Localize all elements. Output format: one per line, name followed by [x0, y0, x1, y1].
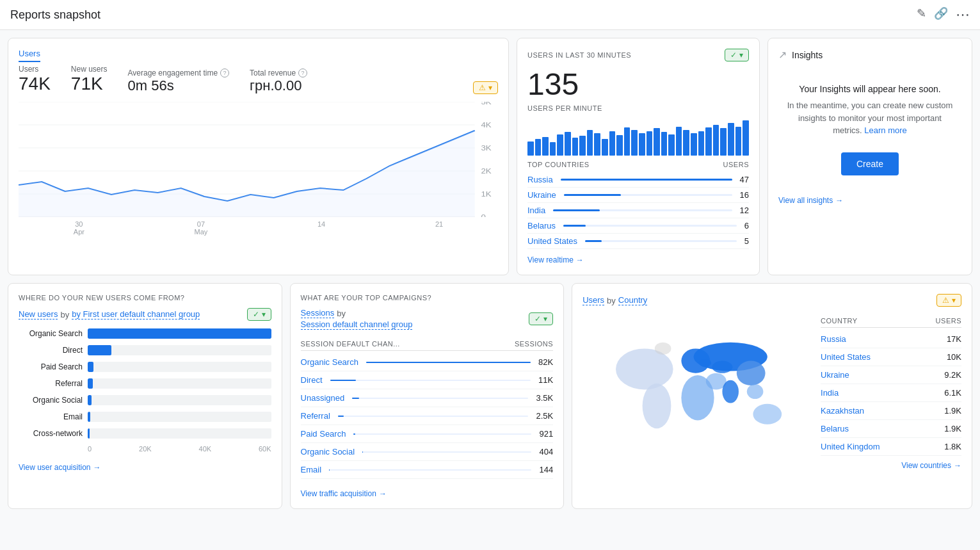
acquisition-row: Paid Search	[19, 362, 271, 372]
acq-fill	[88, 428, 90, 439]
stats-row: Users 74K New users 71K Average engageme…	[19, 65, 498, 94]
acquisition-row: Email	[19, 412, 271, 422]
campaign-bar	[338, 416, 344, 417]
realtime-bar-chart	[527, 117, 749, 156]
acq-fill	[88, 395, 92, 405]
geo-country-name[interactable]: United Kingdom	[821, 442, 880, 451]
campaign-name[interactable]: Organic Search	[301, 357, 358, 367]
new-users-label: New users	[71, 65, 108, 74]
acq-fill	[88, 378, 93, 389]
campaign-name[interactable]: Organic Social	[301, 447, 355, 457]
campaign-bar-wrap	[352, 398, 528, 399]
create-button[interactable]: Create	[841, 152, 899, 175]
realtime-bar	[602, 139, 608, 156]
sessions-selector[interactable]: Sessions	[301, 308, 335, 318]
acquisition-card: WHERE DO YOUR NEW USERS COME FROM? New u…	[8, 283, 282, 509]
acq-track	[88, 362, 271, 372]
engagement-info-icon[interactable]: ?	[220, 69, 229, 77]
campaign-name[interactable]: Referral	[301, 411, 330, 421]
channel-group-selector[interactable]: Session default channel group	[301, 319, 413, 330]
campaign-name[interactable]: Email	[301, 465, 322, 474]
learn-more-link[interactable]: Learn more	[864, 125, 906, 135]
share-icon[interactable]: 🔗	[934, 6, 948, 23]
campaign-bar-wrap	[362, 451, 531, 453]
svg-point-21	[747, 384, 764, 399]
campaign-name[interactable]: Unassigned	[301, 393, 345, 403]
realtime-bar	[579, 136, 586, 156]
geo-country-name[interactable]: United States	[821, 352, 871, 362]
svg-point-24	[712, 360, 732, 373]
acquisition-check-badge[interactable]: ✓ ▾	[247, 308, 271, 321]
geo-sub-header: Users by Country ⚠ ▾	[582, 294, 961, 307]
campaigns-rows: Organic Search 82K Direct 11K Unassigned…	[301, 353, 554, 479]
acq-fill	[88, 362, 93, 372]
geo-country-name[interactable]: Ukraine	[821, 370, 849, 380]
geo-country-value: 1.8K	[944, 442, 961, 451]
campaign-bar	[330, 380, 357, 381]
realtime-bar	[550, 142, 556, 156]
campaign-value: 144	[539, 465, 553, 474]
country-name[interactable]: Russia	[527, 175, 553, 184]
view-campaigns-link[interactable]: View traffic acquisition →	[301, 489, 554, 498]
more-icon[interactable]: ⋯	[956, 6, 970, 23]
realtime-check-badge[interactable]: ✓ ▾	[725, 49, 749, 61]
warning-badge[interactable]: ⚠ ▾	[473, 81, 498, 94]
users-stat: Users 74K	[19, 65, 51, 94]
chart-x-labels: 30Apr 07May 14 21	[19, 220, 498, 236]
svg-point-22	[753, 403, 782, 424]
svg-point-13	[616, 348, 673, 389]
country-row: Belarus 6	[527, 218, 749, 234]
geo-row: Belarus 1.9K	[821, 420, 961, 438]
view-realtime-link[interactable]: View realtime →	[527, 255, 749, 264]
new-users-selector[interactable]: New users	[19, 309, 58, 319]
realtime-bar	[735, 127, 742, 156]
realtime-bar	[616, 135, 623, 156]
acq-track	[88, 328, 271, 339]
acq-fill	[88, 412, 90, 422]
col-users: USERS	[936, 317, 961, 325]
geo-warning-badge[interactable]: ⚠ ▾	[936, 294, 961, 307]
acq-label: Referral	[19, 379, 83, 388]
revenue-value: грн.0.00	[250, 77, 307, 94]
users-geo-selector[interactable]: Users	[582, 295, 604, 305]
realtime-header: USERS IN LAST 30 MINUTES ✓ ▾	[527, 49, 749, 61]
campaign-bar-wrap	[353, 433, 531, 435]
realtime-bar	[527, 142, 534, 156]
revenue-info-icon[interactable]: ?	[298, 69, 307, 77]
country-value: 6	[744, 221, 749, 231]
geo-country-name[interactable]: Belarus	[821, 424, 849, 433]
check-chevron: ▾	[262, 310, 266, 319]
geo-country-name[interactable]: Russia	[821, 334, 846, 344]
country-name[interactable]: Ukraine	[527, 190, 556, 200]
realtime-bar	[705, 127, 712, 156]
realtime-bar	[542, 137, 549, 156]
acquisition-row: Organic Social	[19, 395, 271, 405]
country-value: 12	[740, 206, 749, 215]
by-label: by	[607, 296, 616, 305]
channel-selector[interactable]: by First user default channel group	[72, 309, 200, 319]
country-bar-wrap	[564, 194, 732, 196]
campaign-name[interactable]: Paid Search	[301, 429, 346, 439]
svg-point-25	[699, 359, 711, 367]
campaign-bar	[366, 362, 531, 363]
tab-users[interactable]: Users	[19, 49, 40, 62]
edit-icon[interactable]: ✎	[917, 6, 926, 23]
country-name[interactable]: United States	[527, 236, 577, 246]
country-bar	[564, 194, 621, 196]
view-countries-link[interactable]: View countries →	[582, 461, 961, 470]
campaign-name[interactable]: Direct	[301, 375, 323, 385]
view-all-insights-link[interactable]: View all insights →	[778, 188, 961, 205]
geo-country-name[interactable]: Kazakhstan	[821, 406, 864, 416]
view-acquisition-link[interactable]: View user acquisition →	[19, 463, 271, 472]
engagement-value: 0m 56s	[128, 77, 230, 94]
geo-country-value: 17K	[947, 334, 961, 344]
country-name[interactable]: India	[527, 206, 545, 215]
country-selector[interactable]: Country	[618, 295, 648, 305]
check-chevron: ▾	[543, 314, 547, 323]
country-name[interactable]: Belarus	[527, 221, 556, 231]
acq-label: Paid Search	[19, 362, 83, 371]
campaigns-check-badge[interactable]: ✓ ▾	[529, 312, 553, 325]
warning-icon: ⚠	[479, 83, 486, 92]
geo-country-name[interactable]: India	[821, 388, 839, 398]
world-map	[582, 314, 813, 456]
